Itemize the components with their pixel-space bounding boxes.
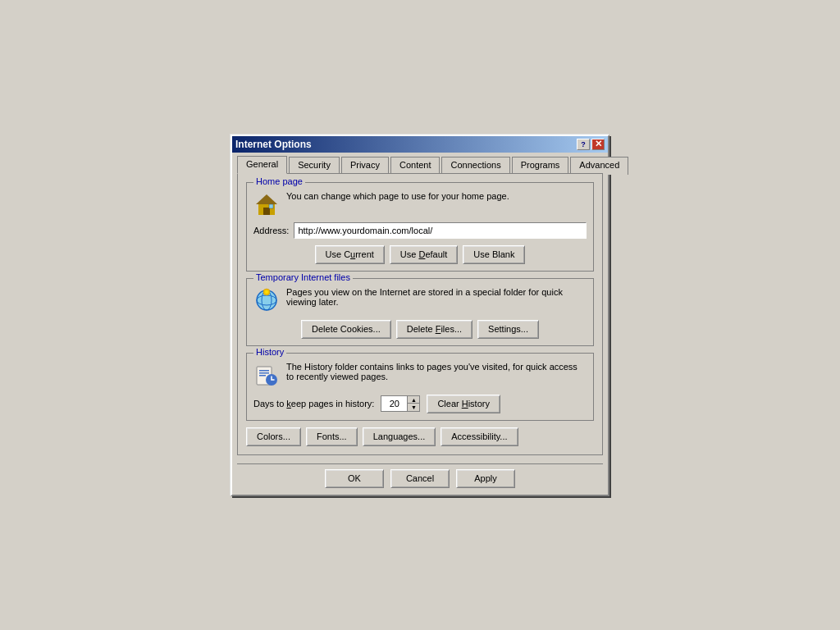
languages-button[interactable]: Languages... — [363, 427, 436, 446]
use-default-button[interactable]: Use Default — [390, 245, 459, 264]
tab-bar: General Security Privacy Content Connect… — [237, 156, 603, 174]
tab-general[interactable]: General — [237, 156, 287, 174]
temp-files-content: Pages you view on the Internet are store… — [253, 287, 587, 313]
days-label: Days to keep pages in history: — [253, 399, 374, 409]
accessibility-button[interactable]: Accessibility... — [441, 427, 518, 446]
address-input[interactable] — [294, 222, 587, 239]
history-icon — [253, 362, 280, 388]
tab-security[interactable]: Security — [289, 157, 340, 175]
home-page-group: Home page You can change which p — [246, 182, 594, 272]
spinner-down[interactable]: ▼ — [408, 404, 419, 411]
fonts-button[interactable]: Fonts... — [306, 427, 358, 446]
tab-connections[interactable]: Connections — [441, 157, 509, 175]
internet-options-dialog: Internet Options ? ✕ General Security Pr… — [231, 135, 609, 496]
home-page-buttons: Use Current Use Default Use Blank — [253, 245, 587, 264]
delete-files-button[interactable]: Delete Files... — [396, 320, 472, 339]
days-spinner: ▲ ▼ — [381, 395, 420, 412]
use-current-button[interactable]: Use Current — [315, 245, 385, 264]
svg-rect-2 — [263, 208, 270, 215]
title-bar-controls: ? ✕ — [577, 139, 605, 150]
svg-marker-1 — [256, 194, 277, 204]
svg-rect-13 — [259, 375, 266, 377]
window-title: Internet Options — [235, 139, 312, 150]
dialog-buttons: OK Cancel Apply — [237, 463, 603, 488]
ie-icon — [253, 287, 280, 313]
window-body: General Security Privacy Content Connect… — [232, 153, 608, 495]
home-page-label: Home page — [253, 176, 305, 186]
settings-button[interactable]: Settings... — [477, 320, 539, 339]
history-content: The History folder contains links to pag… — [253, 362, 587, 388]
history-group: History The His — [246, 353, 594, 421]
days-input[interactable] — [381, 395, 407, 412]
home-page-content: You can change which page to use for you… — [253, 191, 587, 217]
close-button[interactable]: ✕ — [591, 139, 605, 150]
apply-button[interactable]: Apply — [456, 469, 515, 488]
tab-privacy[interactable]: Privacy — [341, 157, 389, 175]
history-description: The History folder contains links to pag… — [286, 362, 587, 381]
address-row: Address: — [253, 222, 587, 239]
house-icon — [253, 191, 280, 217]
home-page-description: You can change which page to use for you… — [286, 191, 509, 201]
help-button[interactable]: ? — [577, 139, 590, 150]
history-row: Days to keep pages in history: ▲ ▼ Clear… — [253, 395, 587, 413]
spinner-arrows: ▲ ▼ — [407, 395, 420, 412]
clear-history-button[interactable]: Clear History — [427, 395, 500, 413]
tab-content-general: Home page You can change which p — [237, 173, 603, 455]
svg-point-9 — [265, 290, 268, 294]
svg-rect-12 — [259, 372, 269, 374]
temp-files-label: Temporary Internet files — [253, 272, 353, 282]
cancel-button[interactable]: Cancel — [390, 469, 450, 488]
temp-files-description: Pages you view on the Internet are store… — [286, 287, 587, 307]
tab-programs[interactable]: Programs — [512, 157, 569, 175]
tab-advanced[interactable]: Advanced — [570, 157, 628, 175]
use-blank-button[interactable]: Use Blank — [463, 245, 525, 264]
bottom-buttons: Colors... Fonts... Languages... Accessib… — [246, 427, 594, 446]
temp-files-group: Temporary Internet files Pages — [246, 278, 594, 346]
spinner-up[interactable]: ▲ — [408, 396, 419, 404]
ok-button[interactable]: OK — [325, 469, 384, 488]
delete-cookies-button[interactable]: Delete Cookies... — [301, 320, 391, 339]
history-label: History — [253, 347, 286, 357]
tab-content[interactable]: Content — [390, 157, 441, 175]
title-bar: Internet Options ? ✕ — [232, 136, 608, 153]
colors-button[interactable]: Colors... — [246, 427, 301, 446]
title-bar-text: Internet Options — [235, 139, 312, 150]
temp-files-buttons: Delete Cookies... Delete Files... Settin… — [253, 320, 587, 339]
svg-rect-11 — [259, 370, 269, 372]
svg-rect-3 — [269, 204, 273, 208]
address-label: Address: — [253, 226, 289, 235]
